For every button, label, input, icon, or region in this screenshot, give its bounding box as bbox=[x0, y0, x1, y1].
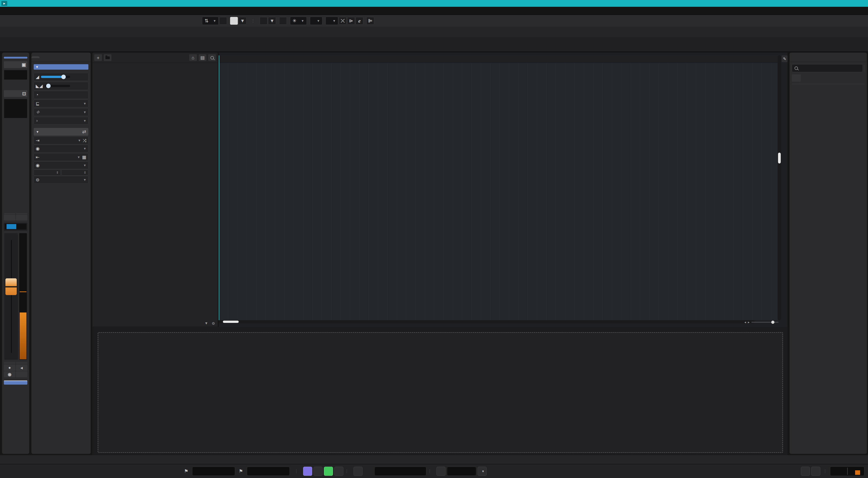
zoom-slider-thumb[interactable] bbox=[771, 321, 774, 324]
pan-control[interactable] bbox=[4, 223, 27, 231]
shuffle-icon[interactable]: ⤨ bbox=[83, 138, 86, 143]
autoscroll-button[interactable] bbox=[230, 17, 238, 25]
midi-din-icon2: ◉ bbox=[36, 162, 39, 168]
vertical-scrollbar[interactable] bbox=[778, 55, 781, 320]
vertical-scroll-thumb[interactable] bbox=[778, 153, 781, 163]
channel-meter-value[interactable] bbox=[16, 362, 27, 363]
play-button[interactable] bbox=[324, 467, 333, 476]
cycle-button[interactable] bbox=[303, 467, 312, 476]
output-icon: ⇤ bbox=[36, 154, 39, 160]
channel-bottom-name[interactable] bbox=[4, 381, 27, 385]
zoom-in-icon[interactable]: ▸ bbox=[748, 320, 749, 324]
timeline-ruler[interactable] bbox=[219, 55, 778, 62]
track-presets-button[interactable] bbox=[104, 54, 112, 61]
track-list-footer: ▼⚙ bbox=[92, 320, 218, 327]
colorize-button[interactable] bbox=[260, 17, 268, 25]
midi-input-row[interactable]: ⇥ ▼ ⤨ bbox=[34, 137, 88, 144]
drum-map-row[interactable]: ⊜ ▼ bbox=[34, 176, 88, 184]
quantize-select[interactable]: ▼ bbox=[326, 17, 338, 25]
volume-fader[interactable] bbox=[4, 233, 18, 360]
right-locator-display[interactable] bbox=[247, 467, 290, 476]
grid-type-select[interactable]: ▼ bbox=[310, 17, 322, 25]
tab-inspector[interactable] bbox=[31, 56, 39, 58]
ruler-pencil-icon[interactable]: ✎ bbox=[782, 55, 787, 62]
add-track-button[interactable]: ＋ bbox=[94, 54, 102, 61]
autoscroll-options[interactable]: ▼ bbox=[239, 17, 246, 25]
audiowarp-quantize-button[interactable]: ⊳ bbox=[347, 17, 355, 25]
quantize-panel-button[interactable]: e bbox=[355, 17, 363, 25]
channel-mute-button[interactable] bbox=[4, 213, 16, 214]
tap-tempo-button[interactable]: ▼ bbox=[477, 467, 487, 476]
channel-midi-channel[interactable] bbox=[16, 371, 27, 378]
automation-edit-button[interactable] bbox=[219, 17, 227, 25]
channel-monitor-button[interactable]: ◂ bbox=[16, 365, 27, 371]
event-display: ✎ ◂ ▸ bbox=[219, 53, 787, 327]
channel-edit-button[interactable] bbox=[16, 215, 27, 220]
delay-row[interactable]: ◔ bbox=[34, 91, 88, 99]
scroll-down-icon[interactable]: ▼ bbox=[205, 321, 208, 326]
snap-type-select[interactable]: ✳ ▼ bbox=[290, 17, 307, 25]
media-rack-panel bbox=[789, 53, 867, 454]
keyboard-icon[interactable]: ▦ bbox=[82, 154, 86, 160]
inspector-track-header[interactable]: ▼ bbox=[34, 64, 88, 70]
bank-selector[interactable]: ⇕ bbox=[34, 170, 61, 176]
tempo-display[interactable] bbox=[447, 467, 476, 476]
media-home-button[interactable] bbox=[803, 74, 812, 82]
midi-output-row[interactable]: ⇤ ▼ ▦ bbox=[34, 153, 88, 161]
preroll-button[interactable] bbox=[353, 467, 363, 476]
right-locator-flag-icon: ⚑ bbox=[237, 467, 246, 476]
horizontal-scrollbar[interactable] bbox=[219, 320, 754, 323]
title-bar: ▸ bbox=[0, 0, 868, 7]
channel-solo-button[interactable] bbox=[16, 213, 27, 214]
midi-output-channel-row[interactable]: ◉ ▼ bbox=[34, 161, 88, 169]
time-display[interactable] bbox=[374, 467, 426, 476]
track-presets-row[interactable]: ❖ ▼ bbox=[34, 108, 88, 116]
channel-name-chip[interactable] bbox=[4, 57, 27, 59]
automation-mode-select[interactable]: ⇅ ▼ bbox=[202, 17, 219, 25]
left-locator-flag-icon: ⚑ bbox=[182, 467, 191, 476]
midi-part-row[interactable]: ⊑ ▼ bbox=[34, 100, 88, 108]
channel-midi-icon: ◉ bbox=[4, 371, 16, 378]
automation-icon: ⇅ bbox=[205, 18, 209, 24]
iterative-quantize-button[interactable]: ⤬ bbox=[339, 17, 346, 25]
inserts-header[interactable]: ▣ bbox=[4, 61, 27, 68]
channel-read-button[interactable] bbox=[4, 363, 16, 364]
inserts-icon: ▣ bbox=[22, 62, 26, 67]
playhead[interactable] bbox=[219, 55, 219, 320]
midi-input-channel-row[interactable]: ◉ ▼ bbox=[34, 145, 88, 152]
metronome-settings-button[interactable] bbox=[811, 467, 820, 476]
track-settings-icon[interactable]: ⚙ bbox=[212, 321, 215, 326]
zoom-out-icon[interactable]: ◂ bbox=[744, 320, 746, 324]
search-input[interactable] bbox=[792, 64, 863, 72]
transport-meter bbox=[830, 467, 864, 476]
midi-step-input-button[interactable]: ⊫ bbox=[366, 17, 374, 25]
fader-cap[interactable] bbox=[5, 278, 17, 295]
insert-slot[interactable] bbox=[4, 70, 27, 80]
channel-write-button[interactable] bbox=[16, 363, 27, 364]
channel-volume-value[interactable] bbox=[4, 362, 16, 363]
record-button[interactable] bbox=[334, 467, 343, 476]
find-track-button[interactable] bbox=[208, 54, 216, 61]
pan-row[interactable]: ◣◢ bbox=[34, 82, 88, 90]
media-list-view-button[interactable] bbox=[864, 65, 865, 72]
colorize-options[interactable]: ▼ bbox=[268, 17, 276, 25]
zoom-controls[interactable]: ◂ ▸ bbox=[744, 320, 778, 324]
snap-toggle[interactable] bbox=[279, 17, 287, 25]
routing-section-header[interactable]: ▼ ⇄ bbox=[34, 128, 88, 136]
send-slot[interactable] bbox=[4, 99, 27, 118]
tempo-track-button[interactable] bbox=[436, 467, 445, 476]
volume-row[interactable]: ◢ bbox=[34, 73, 88, 81]
horizontal-scroll-thumb[interactable] bbox=[223, 321, 239, 323]
sends-header[interactable]: ⊡ bbox=[4, 90, 27, 97]
program-selector[interactable]: ⇕ bbox=[61, 170, 88, 176]
left-locator-display[interactable] bbox=[192, 467, 235, 476]
media-back-button[interactable] bbox=[792, 74, 801, 82]
channel-record-button[interactable]: ● bbox=[4, 365, 16, 371]
tab-visibility[interactable] bbox=[39, 56, 48, 58]
track-view-button[interactable]: ▤ bbox=[199, 54, 206, 61]
time-format-icon[interactable] bbox=[364, 467, 373, 476]
track-filter-button[interactable]: ⌂ bbox=[189, 54, 197, 61]
stop-button[interactable] bbox=[313, 467, 322, 476]
insert-recording-row[interactable]: ◗ ▼ bbox=[34, 117, 88, 124]
metronome-button[interactable] bbox=[801, 467, 810, 476]
